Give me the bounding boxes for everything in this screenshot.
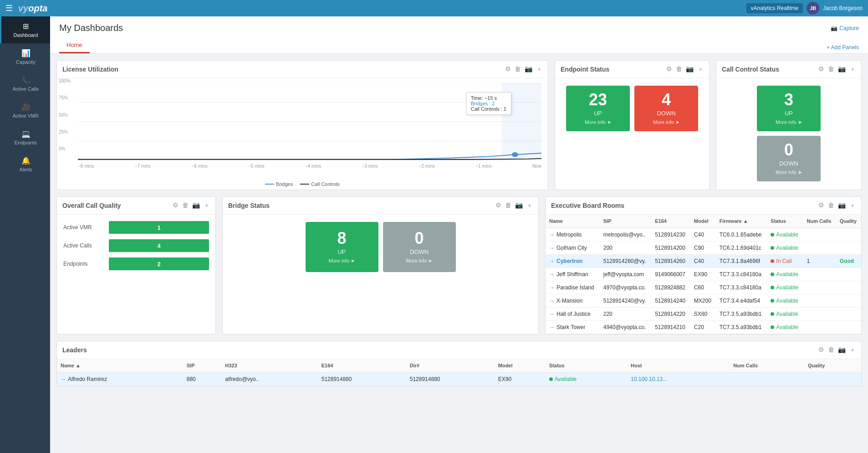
col-status[interactable]: Status bbox=[767, 215, 803, 228]
sidebar-item-active-vmr[interactable]: 🎥 Active VMR bbox=[0, 97, 50, 124]
cell-name[interactable]: →X-Mansion bbox=[546, 294, 600, 308]
trash-icon-q[interactable]: 🗑 bbox=[182, 201, 189, 210]
cell-sip: 220 bbox=[600, 308, 651, 321]
sidebar: ⊞ Dashboard 📊 Capacity 📞 Active Calls 🎥 … bbox=[0, 16, 50, 453]
leaders-col-e164[interactable]: E164 bbox=[318, 359, 406, 372]
sidebar-item-capacity[interactable]: 📊 Capacity bbox=[0, 43, 50, 70]
bridge-up-more[interactable]: More info ➤ bbox=[329, 258, 355, 264]
leaders-col-host[interactable]: Host bbox=[627, 359, 730, 372]
sidebar-item-alerts[interactable]: 🔔 Alerts bbox=[0, 151, 50, 178]
cell-name[interactable]: →Cybertron bbox=[546, 255, 600, 268]
cell-name[interactable]: →Paradise Island bbox=[546, 281, 600, 294]
cell-name[interactable]: →Hall of Justice bbox=[546, 308, 600, 321]
col-e164[interactable]: E164 bbox=[651, 215, 690, 228]
cell-sip: 4970@vyopta.co. bbox=[600, 281, 651, 294]
plus-icon-cc[interactable]: ＋ bbox=[849, 65, 856, 73]
plus-icon-ep[interactable]: ＋ bbox=[697, 65, 704, 73]
cell-status: Available bbox=[767, 308, 803, 321]
chart-area: 100% 75% 50% 25% 0% bbox=[57, 78, 548, 179]
gear-icon-l[interactable]: ⚙ bbox=[818, 346, 824, 354]
callcontrol-up-card[interactable]: 3 UP More info ➤ bbox=[757, 86, 821, 131]
col-model[interactable]: Model bbox=[690, 215, 716, 228]
add-panels-button[interactable]: + Add Panels bbox=[827, 44, 859, 51]
plus-icon-l[interactable]: ＋ bbox=[849, 346, 856, 354]
topbar-left: ☰ vyopta bbox=[5, 3, 47, 14]
leaders-col-sip[interactable]: SIP bbox=[183, 359, 221, 372]
camera-icon-q[interactable]: 📷 bbox=[192, 201, 200, 210]
cell-model: EX90 bbox=[690, 268, 716, 281]
callcontrol-down-card[interactable]: 0 DOWN More info ➤ bbox=[757, 136, 821, 181]
capture-button[interactable]: 📷 Capture bbox=[831, 25, 859, 31]
gear-icon-b[interactable]: ⚙ bbox=[495, 201, 501, 210]
callcontrol-down-more[interactable]: More info ➤ bbox=[776, 170, 802, 175]
trash-icon-cc[interactable]: 🗑 bbox=[828, 65, 834, 73]
trash-icon-b[interactable]: 🗑 bbox=[505, 201, 511, 210]
leaders-col-num-calls[interactable]: Num Calls bbox=[730, 359, 804, 372]
leaders-panel-title: Leaders bbox=[62, 346, 87, 354]
bridge-up-label: UP bbox=[337, 248, 346, 255]
camera-icon-ep[interactable]: 📷 bbox=[686, 65, 694, 73]
tooltip-time: Time: −15 s bbox=[471, 95, 506, 101]
trash-icon-l[interactable]: 🗑 bbox=[828, 346, 834, 354]
gear-icon-cc[interactable]: ⚙ bbox=[818, 65, 824, 73]
cell-status: Available bbox=[767, 281, 803, 294]
plus-icon[interactable]: ＋ bbox=[536, 65, 542, 73]
leaders-col-dir[interactable]: Dir# bbox=[406, 359, 495, 372]
plus-icon-q[interactable]: ＋ bbox=[204, 201, 210, 210]
endpoint-up-card[interactable]: 23 UP More info ➤ bbox=[566, 86, 630, 131]
cell-name[interactable]: →Stark Tower bbox=[546, 321, 600, 334]
leaders-col-status[interactable]: Status bbox=[546, 359, 627, 372]
sidebar-item-active-calls[interactable]: 📞 Active Calls bbox=[0, 70, 50, 97]
row-arrow-icon: → bbox=[549, 298, 555, 304]
camera-icon-ex[interactable]: 📷 bbox=[838, 201, 846, 210]
col-num-calls[interactable]: Num Calls bbox=[803, 215, 836, 228]
dashboard-header: My Dashboards 📷 Capture Home + Add Panel… bbox=[50, 16, 868, 54]
gear-icon-q[interactable]: ⚙ bbox=[173, 201, 179, 210]
camera-icon-b[interactable]: 📷 bbox=[515, 201, 523, 210]
leaders-col-name[interactable]: Name ▲ bbox=[57, 359, 183, 372]
cell-name[interactable]: →Metropolis bbox=[546, 228, 600, 242]
col-quality[interactable]: Quality bbox=[836, 215, 861, 228]
leaders-col-model[interactable]: Model bbox=[495, 359, 546, 372]
trash-icon[interactable]: 🗑 bbox=[515, 65, 521, 73]
page-title: My Dashboards bbox=[59, 23, 123, 33]
leaders-col-quality[interactable]: Quality bbox=[804, 359, 861, 372]
plus-icon-b[interactable]: ＋ bbox=[526, 201, 533, 210]
cybertron-link[interactable]: Cybertron bbox=[557, 258, 582, 264]
col-name[interactable]: Name bbox=[546, 215, 600, 228]
gear-icon-ex[interactable]: ⚙ bbox=[818, 201, 824, 210]
row-arrow-icon: → bbox=[61, 376, 66, 382]
camera-panel-icon[interactable]: 📷 bbox=[525, 65, 532, 73]
sidebar-item-endpoints[interactable]: 💻 Endpoints bbox=[0, 124, 50, 151]
hamburger-icon[interactable]: ☰ bbox=[5, 3, 13, 13]
leaders-col-h323[interactable]: H323 bbox=[221, 359, 318, 372]
status-text: In Call bbox=[776, 258, 791, 264]
endpoint-panel-icons: ⚙ 🗑 📷 ＋ bbox=[666, 65, 704, 73]
gear-icon-ep[interactable]: ⚙ bbox=[666, 65, 672, 73]
camera-icon-l[interactable]: 📷 bbox=[838, 346, 846, 354]
endpoint-down-card[interactable]: 4 DOWN More info ➤ bbox=[634, 86, 698, 131]
col-firmware[interactable]: Firmware ▲ bbox=[716, 215, 767, 228]
analytics-selector[interactable]: vAnalytics Realtime bbox=[746, 3, 803, 13]
bridge-up-card[interactable]: 8 UP More info ➤ bbox=[306, 222, 378, 272]
plus-icon-ex[interactable]: ＋ bbox=[849, 201, 856, 210]
cell-quality bbox=[836, 321, 861, 334]
bridge-down-card[interactable]: 0 DOWN More info ➤ bbox=[383, 222, 456, 272]
cell-name[interactable]: →Gotham City bbox=[546, 242, 600, 255]
trash-icon-ex[interactable]: 🗑 bbox=[828, 201, 834, 210]
trash-icon-ep[interactable]: 🗑 bbox=[676, 65, 682, 73]
sidebar-label-endpoints: Endpoints bbox=[15, 140, 37, 145]
endpoint-down-more[interactable]: More info ➤ bbox=[653, 119, 679, 125]
tab-home[interactable]: Home bbox=[59, 38, 90, 53]
exec-panel-header: Executive Board Rooms ⚙ 🗑 📷 ＋ bbox=[546, 197, 861, 215]
gear-icon[interactable]: ⚙ bbox=[505, 65, 511, 73]
cell-name[interactable]: →Alfredo Ramirez bbox=[57, 372, 183, 386]
sidebar-item-dashboard[interactable]: ⊞ Dashboard bbox=[0, 16, 50, 43]
cell-name[interactable]: →Jeff Shiffman bbox=[546, 268, 600, 281]
endpoint-up-more[interactable]: More info ➤ bbox=[585, 119, 611, 125]
bridge-down-more[interactable]: More info ➤ bbox=[406, 258, 433, 264]
col-sip[interactable]: SIP bbox=[600, 215, 651, 228]
camera-icon-cc[interactable]: 📷 bbox=[838, 65, 846, 73]
panel-icons: ⚙ 🗑 📷 ＋ bbox=[505, 65, 542, 73]
callcontrol-up-more[interactable]: More info ➤ bbox=[776, 119, 802, 125]
